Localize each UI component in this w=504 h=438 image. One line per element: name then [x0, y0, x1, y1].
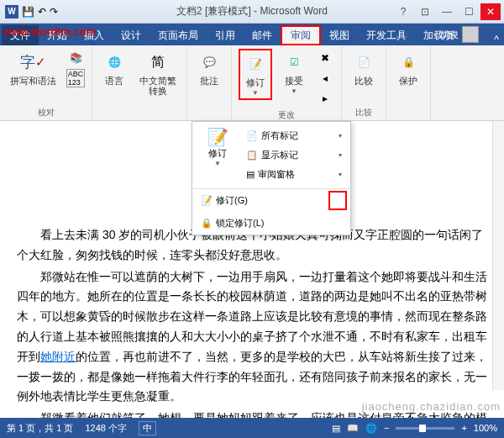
track-label: 修订 [246, 77, 265, 87]
convert-icon: 简 [146, 50, 170, 74]
globe-icon: 🌐 [102, 50, 126, 74]
comment-icon: 💬 [197, 50, 221, 74]
track-changes-dropdown: 📝 修订 ▼ 📄所有标记▾ 📋显示标记▾ ▤审阅窗格▾ 📝修订(G) 🔒锁定修订… [192, 121, 351, 235]
accept-label: 接受 [285, 76, 303, 86]
ribbon: 字✓ 拼写和语法 📚 ABC123 校对 🌐 语言 简 中文简繁 转换 [0, 45, 504, 121]
tracking-group-label: 更改 [278, 109, 295, 121]
view-print-icon[interactable]: ▤ [332, 423, 340, 434]
collapse-ribbon-button[interactable]: ^ [494, 34, 499, 45]
spelling-icon: 字✓ [22, 50, 45, 74]
zoom-in-button[interactable]: + [461, 423, 466, 433]
close-button[interactable]: ✕ [480, 3, 501, 20]
ribbon-group-protect: 🔒 保护 [386, 45, 431, 120]
ribbon-group-comments: 💬 批注 [187, 45, 232, 120]
compare-label: 比较 [354, 76, 373, 86]
research-button[interactable]: 📚 [66, 49, 85, 67]
chevron-down-icon: ▾ [339, 132, 342, 140]
tab-layout[interactable]: 页面布局 [150, 25, 207, 45]
vertical-scrollbar[interactable] [492, 121, 504, 390]
titlebar: W 💾 ↶ ↷ 文档2 [兼容模式] - Microsoft Word ? ⊡ … [0, 0, 504, 24]
tab-view[interactable]: 视图 [321, 25, 358, 45]
ribbon-group-proofing: 字✓ 拼写和语法 📚 ABC123 校对 [0, 45, 92, 120]
qat-redo-icon[interactable]: ↷ [50, 6, 58, 18]
watermark-text: www.wordlm.com [3, 25, 96, 38]
avatar [462, 26, 479, 43]
accept-button[interactable]: ☑ 接受 ▼ [279, 49, 309, 97]
dd-lock-tracking[interactable]: 🔒锁定修订(L) [192, 212, 350, 235]
spelling-button[interactable]: 字✓ 拼写和语法 [7, 49, 60, 87]
tab-review[interactable]: 审阅 [281, 25, 321, 45]
spelling-label: 拼写和语法 [10, 76, 56, 86]
tab-references[interactable]: 引用 [207, 25, 244, 45]
user-account[interactable]: 胡俊 [440, 26, 479, 43]
track-changes-button[interactable]: 📝 修订 ▼ [239, 49, 272, 100]
tab-mail[interactable]: 邮件 [244, 25, 281, 45]
zoom-slider[interactable] [396, 427, 454, 430]
chevron-down-icon: ▾ [339, 171, 342, 178]
show-icon: 📋 [246, 150, 258, 161]
minimize-button[interactable]: — [437, 3, 457, 20]
thesaurus-button[interactable]: ABC123 [66, 69, 85, 87]
doc-p2-link: 她附近 [40, 350, 76, 363]
pane-icon: ▤ [246, 169, 255, 180]
user-name: 胡俊 [440, 29, 459, 41]
view-read-icon[interactable]: 📖 [347, 423, 359, 434]
protect-label: 保护 [399, 76, 417, 86]
language-label: 语言 [105, 76, 123, 86]
proofing-group-label: 校对 [38, 107, 55, 119]
lock-icon: 🔒 [396, 50, 420, 74]
qat-undo-icon[interactable]: ↶ [38, 6, 46, 18]
word-icon: W [5, 5, 18, 18]
comment-label: 批注 [200, 76, 218, 86]
chevron-down-icon: ▼ [214, 160, 221, 167]
zoom-out-button[interactable]: − [384, 423, 389, 433]
dd-all-markup[interactable]: 📄所有标记▾ [243, 127, 345, 145]
status-words[interactable]: 1248 个字 [85, 422, 127, 435]
status-page[interactable]: 第 1 页，共 1 页 [7, 422, 73, 435]
qat-save-icon[interactable]: 💾 [22, 6, 34, 18]
track-icon: 📝 [207, 127, 228, 147]
tab-design[interactable]: 设计 [113, 25, 150, 45]
next-button[interactable]: ▸ [316, 89, 334, 108]
track-changes-split-button[interactable]: 📝 修订 ▼ [197, 127, 238, 183]
chevron-down-icon: ▾ [339, 151, 342, 159]
window-title: 文档2 [兼容模式] - Microsoft Word [176, 4, 328, 18]
lock-icon: 🔒 [201, 218, 213, 229]
compare-icon: 📄 [352, 50, 375, 74]
reject-button[interactable]: ✖ [316, 49, 334, 67]
view-web-icon[interactable]: 🌐 [365, 423, 377, 434]
ribbon-options-button[interactable]: ⊡ [415, 3, 435, 20]
help-button[interactable]: ? [393, 3, 413, 20]
protect-button[interactable]: 🔒 保护 [393, 49, 423, 87]
right-watermark: jiaocheng.chazidian.com [362, 400, 501, 413]
new-comment-button[interactable]: 💬 批注 [194, 49, 224, 87]
previous-button[interactable]: ◂ [316, 69, 334, 87]
convert-label: 中文简繁 转换 [139, 76, 176, 96]
doc-p2b: 的位置，再也前进不了，当然，更多的是学校的大巴，从车站将新生接了过来，一拨一拨的… [17, 350, 487, 404]
ribbon-group-compare: 📄 比较 比较 [342, 45, 386, 120]
status-lang[interactable]: 中 [139, 421, 156, 435]
maximize-button[interactable]: ☐ [459, 3, 479, 20]
ribbon-group-tracking: 📝 修订 ▼ ☑ 接受 ▼ ✖ ◂ ▸ 更改 [232, 45, 342, 120]
zoom-thumb[interactable] [419, 425, 426, 432]
track-icon: 📝 [244, 52, 267, 76]
zoom-level[interactable]: 100% [474, 423, 497, 433]
dd-show-markup[interactable]: 📋显示标记▾ [243, 146, 345, 164]
dd-track-changes-item[interactable]: 📝修订(G) [192, 189, 350, 212]
tab-developer[interactable]: 开发工具 [358, 25, 415, 45]
markup-icon: 📄 [246, 130, 258, 141]
dd-track-label: 修订 [208, 147, 227, 160]
compare-group-label: 比较 [355, 107, 372, 119]
statusbar: 第 1 页，共 1 页 1248 个字 中 ▤ 📖 🌐 − + 100% [0, 418, 504, 438]
accept-icon: ☑ [282, 50, 306, 74]
language-button[interactable]: 🌐 语言 [99, 49, 129, 87]
chevron-down-icon: ▼ [252, 89, 259, 97]
convert-button[interactable]: 简 中文简繁 转换 [136, 49, 180, 98]
track-icon: 📝 [201, 195, 213, 206]
compare-button[interactable]: 📄 比较 [349, 49, 379, 87]
chevron-down-icon: ▼ [291, 87, 297, 95]
ribbon-group-language: 🌐 语言 简 中文简繁 转换 [92, 45, 187, 120]
dd-reviewing-pane[interactable]: ▤审阅窗格▾ [243, 166, 345, 183]
